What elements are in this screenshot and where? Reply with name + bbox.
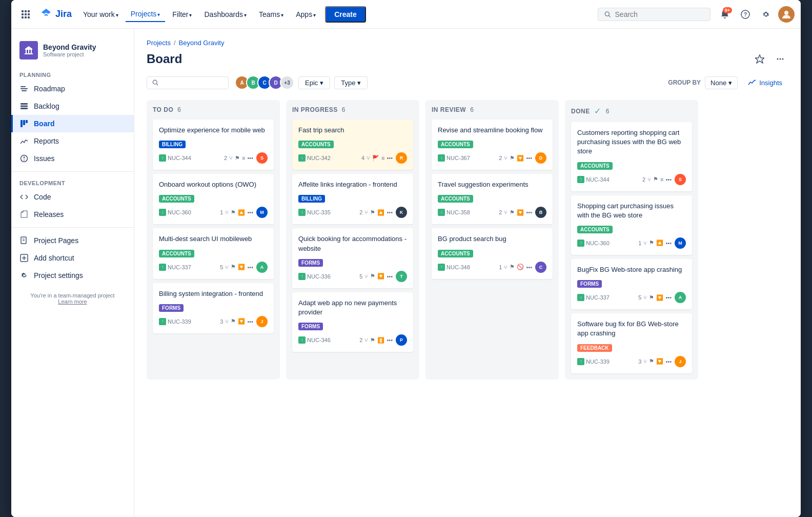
card-footer: ↑ NUC-335 2⑂⚑🔼••• K (298, 207, 407, 218)
card-c9[interactable]: Revise and streamline booking flow ACCOU… (432, 120, 553, 170)
sidebar-item-backlog[interactable]: Backlog (11, 97, 134, 115)
card-c8[interactable]: Adapt web app no new payments provider F… (292, 292, 413, 352)
card-meta: 1⑂⚑🚫••• (499, 264, 532, 270)
card-avatar: R (396, 152, 407, 164)
chevron-down-icon: ▾ (244, 12, 247, 18)
help-icon: ? (741, 10, 750, 19)
more-options-button[interactable] (772, 51, 788, 67)
column-count-todo: 6 (177, 106, 181, 113)
create-button[interactable]: Create (325, 6, 366, 23)
card-avatar: T (396, 271, 407, 282)
svg-rect-7 (25, 16, 27, 18)
sidebar-item-reports[interactable]: Reports (11, 132, 134, 150)
your-work-menu[interactable]: Your work▾ (78, 7, 124, 22)
project-breadcrumb[interactable]: Beyond Gravity (179, 39, 225, 47)
column-header-todo: TO DO 6 (153, 106, 274, 113)
column-title-done: DONE (571, 108, 590, 115)
card-c12[interactable]: Customers reporting shopping cart purcha… (571, 122, 692, 191)
card-c14[interactable]: BugFix BG Web-store app crashing FORMS ↑… (571, 259, 692, 309)
svg-rect-14 (26, 50, 27, 53)
card-avatar: C (535, 262, 546, 273)
projects-breadcrumb[interactable]: Projects (147, 39, 171, 47)
issue-icon: ↑ (159, 154, 166, 162)
svg-rect-4 (25, 13, 27, 15)
column-title-todo: TO DO (153, 106, 173, 113)
groupby-label: GROUP BY (668, 79, 701, 86)
insights-button[interactable]: Insights (742, 76, 788, 89)
star-button[interactable] (752, 51, 768, 67)
sidebar-item-board[interactable]: Board (11, 115, 134, 132)
issue-id: ↑ NUC-360 (577, 240, 610, 247)
apps-menu[interactable]: Apps▾ (291, 7, 321, 22)
avatar-extra[interactable]: +3 (280, 75, 294, 90)
card-c2[interactable]: Onboard workout options (OWO) ACCOUNTS ↑… (153, 174, 274, 224)
search-input[interactable] (615, 10, 704, 18)
cards-todo: Optimize experience for mobile web BILLI… (153, 120, 274, 333)
sidebar-item-roadmap[interactable]: Roadmap (11, 80, 134, 97)
card-c15[interactable]: Software bug fix for BG Web-store app cr… (571, 313, 692, 373)
dashboards-menu[interactable]: Dashboards▾ (199, 7, 252, 22)
issue-icon: ↑ (298, 154, 306, 162)
search-icon (152, 79, 158, 86)
cards-done: Customers reporting shopping cart purcha… (571, 122, 692, 373)
projects-menu[interactable]: Projects▾ (126, 7, 166, 22)
project-pages-label: Project Pages (34, 236, 78, 245)
svg-rect-25 (23, 120, 25, 125)
sidebar-item-releases[interactable]: Releases (11, 206, 134, 223)
filter-menu[interactable]: Filter▾ (167, 7, 197, 22)
card-footer: ↑ NUC-339 3⑂⚑🔽••• J (577, 356, 686, 367)
card-c10[interactable]: Travel suggestion experiments ACCOUNTS ↑… (432, 174, 553, 224)
svg-rect-18 (21, 86, 26, 87)
svg-rect-26 (26, 120, 28, 123)
backlog-icon (19, 102, 29, 111)
card-badge: ACCOUNTS (438, 250, 473, 257)
issue-id: ↑ NUC-337 (159, 264, 191, 271)
grid-icon[interactable] (17, 6, 34, 23)
board-search[interactable] (147, 76, 229, 89)
help-button[interactable]: ? (737, 6, 754, 23)
card-badge: ACCOUNTS (159, 250, 194, 257)
user-avatar[interactable] (778, 6, 795, 23)
sidebar: Beyond Gravity Software project PLANNING… (11, 29, 134, 517)
column-count-inprogress: 6 (342, 106, 346, 113)
card-c7[interactable]: Quick booking for accommodations - websi… (292, 228, 413, 288)
card-title: Travel suggestion experiments (438, 180, 546, 189)
type-filter[interactable]: Type ▾ (334, 76, 368, 89)
sidebar-item-add-shortcut[interactable]: Add shortcut (11, 249, 134, 267)
groupby-select[interactable]: None ▾ (705, 76, 738, 89)
reports-label: Reports (34, 137, 59, 145)
card-title: Software bug fix for BG Web-store app cr… (577, 320, 686, 338)
issue-icon: ↑ (438, 209, 445, 216)
settings-button[interactable] (758, 6, 774, 23)
svg-marker-36 (755, 55, 764, 63)
card-badge: FORMS (159, 304, 184, 312)
sidebar-item-issues[interactable]: Issues (11, 150, 134, 167)
card-c6[interactable]: Affelite links integration - frontend BI… (292, 174, 413, 224)
jira-logo[interactable]: Jira (36, 8, 76, 21)
code-icon (19, 192, 29, 202)
card-c1[interactable]: Optimize experience for mobile web BILLI… (153, 120, 274, 170)
card-c5[interactable]: Fast trip search ACCOUNTS ↑ NUC-342 4⑂🚩≡… (292, 120, 413, 170)
learn-more-link[interactable]: Learn more (58, 299, 87, 305)
sidebar-item-project-pages[interactable]: Project Pages (11, 232, 134, 249)
board-search-input[interactable] (161, 79, 223, 87)
issue-id: ↑ NUC-360 (159, 209, 191, 216)
breadcrumb-separator: / (174, 39, 176, 47)
issue-icon: ↑ (577, 240, 584, 247)
issues-label: Issues (34, 154, 54, 163)
card-c3[interactable]: Multi-dest search UI mobileweb ACCOUNTS … (153, 228, 274, 279)
chevron-down-icon: ▾ (313, 12, 316, 18)
card-c13[interactable]: Shopping cart purchasing issues with the… (571, 195, 692, 255)
toolbar-right: GROUP BY None ▾ Insights (668, 76, 788, 89)
card-c4[interactable]: Billing system integration - frontend FO… (153, 283, 274, 333)
issue-id: ↑ NUC-335 (298, 209, 331, 216)
search-box[interactable] (598, 8, 710, 21)
card-c11[interactable]: BG product search bug ACCOUNTS ↑ NUC-348… (432, 228, 553, 279)
sidebar-item-project-settings[interactable]: Project settings (11, 267, 134, 284)
epic-filter[interactable]: Epic ▾ (298, 76, 330, 89)
svg-line-41 (156, 84, 158, 85)
sidebar-item-code[interactable]: Code (11, 188, 134, 206)
notifications-button[interactable]: 9+ (717, 6, 733, 23)
teams-menu[interactable]: Teams▾ (254, 7, 289, 22)
done-check-icon: ✓ (594, 106, 601, 116)
